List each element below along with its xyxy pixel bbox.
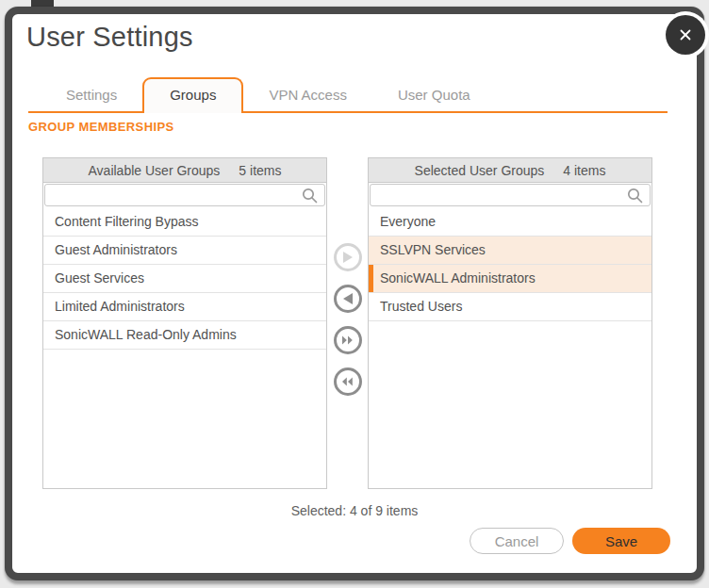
list-item[interactable]: Guest Services (43, 265, 326, 293)
double-arrow-left-icon (342, 376, 354, 387)
available-list-title: Available User Groups (89, 163, 221, 178)
available-list-count: 5 items (239, 163, 281, 178)
tab-settings[interactable]: Settings (41, 77, 142, 113)
user-settings-dialog: User Settings SettingsGroupsVPN AccessUs… (5, 7, 704, 580)
available-search (43, 183, 326, 208)
search-icon (302, 188, 318, 204)
selected-list-header: Selected User Groups 4 items (369, 158, 651, 183)
list-item[interactable]: SonicWALL Administrators (369, 265, 651, 293)
move-left-button[interactable] (334, 285, 362, 313)
selection-summary: Selected: 4 of 9 items (12, 503, 697, 518)
list-item[interactable]: Limited Administrators (43, 293, 326, 321)
tab-vpn-access[interactable]: VPN Access (243, 77, 372, 113)
dialog-title: User Settings (26, 22, 193, 53)
selected-groups-list: Selected User Groups 4 items EveryoneSSL… (368, 157, 652, 489)
list-item[interactable]: Trusted Users (369, 293, 651, 321)
save-button[interactable]: Save (572, 528, 670, 554)
selected-search-input[interactable] (370, 184, 651, 206)
list-item[interactable]: Guest Administrators (43, 237, 326, 265)
available-groups-list: Available User Groups 5 items Content Fi… (42, 157, 327, 489)
list-item[interactable]: SonicWALL Read-Only Admins (43, 321, 326, 350)
move-all-left-button[interactable] (334, 368, 362, 396)
move-all-right-button[interactable] (334, 326, 362, 354)
tab-user-quota[interactable]: User Quota (372, 77, 496, 113)
tab-groups[interactable]: Groups (142, 77, 243, 113)
list-item[interactable]: SSLVPN Services (369, 237, 651, 265)
search-icon (627, 188, 643, 204)
selected-list-count: 4 items (563, 163, 605, 178)
double-arrow-right-icon (342, 335, 354, 346)
available-rows: Content Filtering BypassGuest Administra… (43, 208, 326, 350)
selected-rows: EveryoneSSLVPN ServicesSonicWALL Adminis… (369, 208, 651, 321)
cancel-button[interactable]: Cancel (470, 528, 564, 554)
section-title: GROUP MEMBERSHIPS (28, 120, 174, 134)
close-icon (678, 27, 693, 42)
tab-bar: SettingsGroupsVPN AccessUser Quota (41, 77, 496, 113)
available-list-header: Available User Groups 5 items (43, 158, 326, 183)
arrow-left-icon (342, 293, 354, 304)
available-search-input[interactable] (44, 184, 325, 206)
list-item[interactable]: Everyone (369, 208, 651, 237)
arrow-right-icon (342, 252, 354, 263)
selected-list-title: Selected User Groups (415, 163, 545, 178)
move-right-button (334, 243, 362, 271)
close-button[interactable] (666, 15, 705, 55)
selected-search (369, 183, 651, 208)
transfer-controls (334, 243, 362, 409)
list-item[interactable]: Content Filtering Bypass (43, 208, 326, 237)
